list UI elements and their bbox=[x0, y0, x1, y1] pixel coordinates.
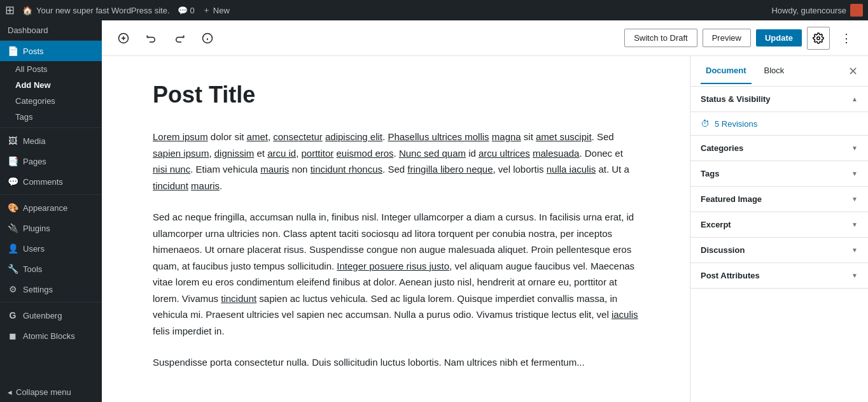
comments-icon: 💬 bbox=[8, 176, 18, 187]
collapse-icon: ◂ bbox=[8, 387, 12, 397]
switch-to-draft-button[interactable]: Switch to Draft bbox=[624, 29, 697, 47]
sidebar-item-atomic-blocks[interactable]: ◼ Atomic Blocks bbox=[0, 326, 102, 346]
revisions-row[interactable]: ⏱ 5 Revisions bbox=[690, 112, 868, 136]
settings-icon: ⚙ bbox=[8, 284, 18, 294]
chevron-down-icon: ▼ bbox=[851, 221, 858, 228]
section-post-attributes: Post Attributes ▼ bbox=[690, 263, 868, 289]
sidebar-item-add-new[interactable]: Add New bbox=[0, 77, 102, 93]
section-discussion-header[interactable]: Discussion ▼ bbox=[690, 238, 868, 262]
sidebar-item-media[interactable]: 🖼 Media bbox=[0, 131, 102, 151]
paragraph-1: Lorem ipsum dolor sit amet, consectetur … bbox=[153, 129, 639, 194]
tools-icon: 🔧 bbox=[8, 264, 18, 274]
sidebar-dashboard[interactable]: Dashboard bbox=[0, 20, 102, 41]
admin-bar: ⊞ 🏠 Your new super fast WordPress site. … bbox=[0, 0, 868, 20]
main-layout: Dashboard 📄 Posts All Posts Add New Cate… bbox=[0, 20, 868, 402]
sidebar-item-gutenberg[interactable]: G Gutenberg bbox=[0, 305, 102, 326]
users-icon: 👤 bbox=[8, 243, 18, 254]
paragraph-2: Sed ac neque fringilla, accumsan nulla i… bbox=[153, 209, 639, 339]
chevron-down-icon: ▼ bbox=[851, 247, 858, 254]
panel-body: Status & Visibility ▲ ⏱ 5 Revisions Cate… bbox=[690, 87, 868, 402]
sidebar-divider-3 bbox=[0, 302, 102, 303]
clock-icon: ⏱ bbox=[701, 118, 710, 129]
editor-toolbar: Switch to Draft Preview Update ⋮ bbox=[102, 20, 868, 56]
update-button[interactable]: Update bbox=[756, 29, 802, 47]
media-icon: 🖼 bbox=[8, 136, 18, 146]
sidebar: Dashboard 📄 Posts All Posts Add New Cate… bbox=[0, 20, 102, 402]
paragraph-3: Suspendisse porta consectetur nulla. Dui… bbox=[153, 354, 639, 371]
editor-content[interactable]: Post Title Lorem ipsum dolor sit amet, c… bbox=[102, 56, 690, 402]
editor-content-wrapper: Post Title Lorem ipsum dolor sit amet, c… bbox=[102, 56, 868, 402]
section-categories: Categories ▼ bbox=[690, 136, 868, 161]
sidebar-item-categories[interactable]: Categories bbox=[0, 93, 102, 109]
chevron-down-icon: ▲ bbox=[851, 96, 858, 103]
more-options-button[interactable]: ⋮ bbox=[835, 27, 858, 50]
sidebar-divider-2 bbox=[0, 194, 102, 195]
sidebar-item-tools[interactable]: 🔧 Tools bbox=[0, 259, 102, 279]
chevron-down-icon: ▼ bbox=[851, 196, 858, 203]
redo-button[interactable] bbox=[168, 27, 191, 50]
plugins-icon: 🔌 bbox=[8, 223, 18, 233]
atomic-blocks-icon: ◼ bbox=[8, 331, 18, 341]
sidebar-item-plugins[interactable]: 🔌 Plugins bbox=[0, 218, 102, 238]
section-featured-image: Featured Image ▼ bbox=[690, 187, 868, 212]
sidebar-item-tags[interactable]: Tags bbox=[0, 109, 102, 125]
avatar bbox=[850, 4, 863, 17]
posts-icon: 📄 bbox=[8, 46, 18, 56]
panel-close-button[interactable]: ✕ bbox=[848, 64, 858, 78]
plus-icon: ＋ bbox=[202, 4, 211, 16]
undo-button[interactable] bbox=[140, 27, 163, 50]
sidebar-item-users[interactable]: 👤 Users bbox=[0, 238, 102, 259]
comments-link[interactable]: 💬 0 bbox=[178, 6, 195, 15]
sidebar-item-pages[interactable]: 📑 Pages bbox=[0, 151, 102, 171]
post-title[interactable]: Post Title bbox=[153, 82, 639, 108]
chevron-down-icon: ▼ bbox=[851, 170, 858, 177]
sidebar-item-appearance[interactable]: 🎨 Appearance bbox=[0, 197, 102, 218]
sidebar-item-settings[interactable]: ⚙ Settings bbox=[0, 279, 102, 299]
section-categories-header[interactable]: Categories ▼ bbox=[690, 136, 868, 161]
add-block-button[interactable] bbox=[112, 27, 135, 50]
new-content-link[interactable]: ＋ New bbox=[202, 4, 230, 16]
section-tags: Tags ▼ bbox=[690, 161, 868, 187]
preview-button[interactable]: Preview bbox=[703, 29, 751, 47]
sidebar-item-comments[interactable]: 💬 Comments bbox=[0, 171, 102, 192]
site-name[interactable]: 🏠 Your new super fast WordPress site. bbox=[22, 6, 170, 15]
settings-panel-button[interactable] bbox=[807, 27, 830, 50]
comment-icon: 💬 bbox=[178, 6, 188, 15]
sidebar-item-posts[interactable]: 📄 Posts bbox=[0, 41, 102, 61]
sidebar-divider-1 bbox=[0, 127, 102, 128]
wp-logo[interactable]: ⊞ bbox=[5, 3, 15, 17]
collapse-menu-button[interactable]: ◂ Collapse menu bbox=[0, 382, 102, 402]
section-excerpt-header[interactable]: Excerpt ▼ bbox=[690, 212, 868, 237]
tab-block[interactable]: Block bbox=[759, 58, 790, 84]
toolbar-right: Switch to Draft Preview Update ⋮ bbox=[624, 27, 858, 50]
section-excerpt: Excerpt ▼ bbox=[690, 212, 868, 238]
post-body: Lorem ipsum dolor sit amet, consectetur … bbox=[153, 129, 639, 371]
gutenberg-icon: G bbox=[8, 310, 18, 320]
sidebar-item-all-posts[interactable]: All Posts bbox=[0, 61, 102, 77]
info-button[interactable] bbox=[196, 27, 219, 50]
section-status-visibility-header[interactable]: Status & Visibility ▲ bbox=[690, 87, 868, 111]
site-icon: 🏠 bbox=[22, 6, 32, 15]
section-status-visibility: Status & Visibility ▲ bbox=[690, 87, 868, 112]
toolbar-left bbox=[112, 27, 219, 50]
right-panel: Document Block ✕ Status & Visibility ▲ bbox=[690, 56, 868, 402]
section-discussion: Discussion ▼ bbox=[690, 238, 868, 263]
pages-icon: 📑 bbox=[8, 156, 18, 166]
section-tags-header[interactable]: Tags ▼ bbox=[690, 161, 868, 186]
panel-tabs: Document Block ✕ bbox=[690, 56, 868, 87]
admin-bar-right: Howdy, gutencourse bbox=[771, 4, 863, 17]
section-featured-image-header[interactable]: Featured Image ▼ bbox=[690, 187, 868, 212]
editor-area: Switch to Draft Preview Update ⋮ Post Ti… bbox=[102, 20, 868, 402]
chevron-down-icon: ▼ bbox=[851, 272, 858, 279]
tab-document[interactable]: Document bbox=[701, 58, 752, 84]
section-post-attributes-header[interactable]: Post Attributes ▼ bbox=[690, 263, 868, 288]
chevron-down-icon: ▼ bbox=[851, 145, 858, 152]
svg-point-6 bbox=[817, 36, 820, 39]
appearance-icon: 🎨 bbox=[8, 203, 18, 213]
